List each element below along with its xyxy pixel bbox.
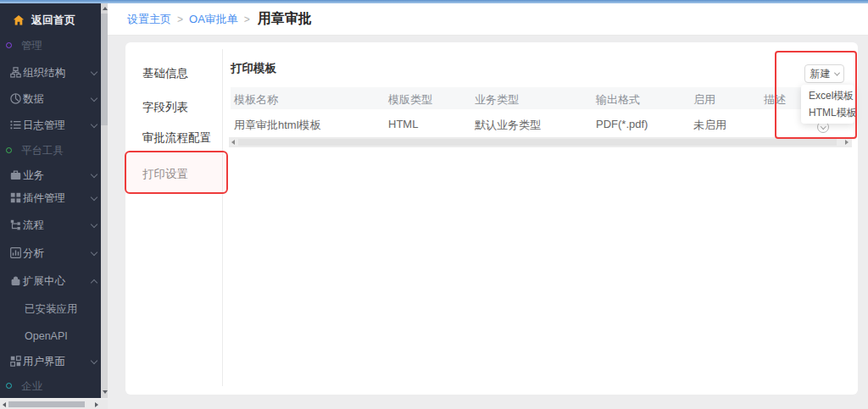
- table-row[interactable]: [231, 109, 852, 137]
- pie-clock-icon: [10, 93, 21, 104]
- chevron-down-icon: [91, 171, 97, 178]
- chevron-down-icon: [91, 357, 97, 364]
- section-title: 打印模板: [231, 61, 276, 76]
- cell-output-format: PDF(*.pdf): [596, 118, 648, 130]
- new-dropdown-menu: Excel模板 HTML模板: [801, 85, 854, 124]
- table-horizontal-scrollbar-thumb[interactable]: [238, 139, 837, 146]
- col-header-template-name: 模板名称: [234, 92, 278, 108]
- breadcrumb-link-oa-form[interactable]: OA审批单: [189, 12, 238, 27]
- tab-approval-flow[interactable]: 审批流程配置: [142, 131, 211, 145]
- col-header-description: 描述: [764, 92, 786, 108]
- sidebar-item-yonghujiemian[interactable]: 用户界面: [0, 355, 101, 368]
- list-icon: [10, 119, 21, 130]
- page-title: 用章审批: [258, 10, 312, 28]
- sidebar-item-label: 企业: [21, 379, 42, 393]
- sidebar-item-label: 管理: [21, 39, 42, 53]
- chevron-down-icon: [833, 69, 839, 75]
- ring-purple-icon: [6, 42, 12, 48]
- breadcrumb: 设置主页 > OA审批单 > 用章审批: [108, 3, 868, 36]
- menu-item-excel-template[interactable]: Excel模板: [801, 87, 854, 104]
- sidebar-item-label: 扩展中心: [23, 274, 65, 288]
- sidebar-item-label: 已安装应用: [25, 302, 78, 316]
- sidebar-item-rizhiguanli[interactable]: 日志管理: [0, 119, 101, 132]
- chevron-down-icon: [91, 69, 97, 75]
- table-scroll-right-arrow[interactable]: [845, 140, 849, 145]
- sidebar-item-yewu[interactable]: 业务: [0, 169, 101, 182]
- sidebar-item-zuzhijiegou[interactable]: 组织结构: [0, 66, 101, 80]
- sidebar-item-openapi[interactable]: OpenAPI: [0, 329, 101, 343]
- sidebar-item-installed-apps[interactable]: 已安装应用: [0, 302, 101, 316]
- breadcrumb-separator: >: [244, 14, 250, 25]
- sidebar-item-label: 数据: [23, 92, 44, 106]
- sidebar-item-fenxi[interactable]: 分析: [0, 246, 101, 260]
- grid-icon: [10, 192, 21, 203]
- sidebar-back-home[interactable]: 返回首页: [0, 14, 101, 27]
- briefcase-icon: [10, 169, 21, 180]
- col-header-business-type: 业务类型: [475, 92, 519, 108]
- chevron-up-icon: [91, 279, 97, 286]
- sidebar-item-label: 分析: [23, 246, 44, 260]
- new-button-label: 新建: [810, 67, 831, 81]
- sidebar-item-label: OpenAPI: [25, 329, 68, 343]
- sidebar-item-label: 业务: [23, 169, 44, 182]
- extension-icon: [10, 275, 21, 286]
- cell-business-type: 默认业务类型: [475, 118, 541, 133]
- cell-template-name: 用章审批html模板: [234, 118, 321, 133]
- ring-teal-icon: [6, 383, 12, 389]
- sitemap-icon: [10, 67, 21, 78]
- sidebar-item-guanli[interactable]: 管理: [0, 39, 101, 53]
- breadcrumb-link-settings-home[interactable]: 设置主页: [127, 12, 171, 27]
- sidebar-horizontal-scrollbar-thumb[interactable]: [8, 401, 85, 407]
- sidebar-item-liucheng[interactable]: 流程: [0, 218, 101, 232]
- sidebar-item-label: 日志管理: [23, 119, 65, 132]
- chart-icon: [10, 247, 21, 258]
- chevron-down-icon: [91, 95, 97, 102]
- table-scroll-left-arrow[interactable]: [231, 140, 235, 145]
- cell-template-type: HTML: [388, 118, 418, 130]
- sidebar-item-qiye[interactable]: 企业: [0, 379, 101, 393]
- col-header-template-type: 模版类型: [388, 92, 432, 108]
- chevron-down-icon: [91, 121, 97, 128]
- subnav-divider: [222, 49, 223, 386]
- sidebar-item-label: 平台工具: [21, 144, 64, 158]
- ring-green-icon: [6, 147, 12, 153]
- col-header-output-format: 输出格式: [596, 92, 640, 108]
- ui-grid-icon: [10, 356, 21, 367]
- chevron-down-icon: [91, 249, 97, 256]
- back-home-label: 返回首页: [31, 14, 75, 27]
- sidebar-item-label: 流程: [23, 218, 44, 232]
- sidebar-item-pingtaigongju[interactable]: 平台工具: [0, 144, 101, 158]
- chevron-down-icon: [91, 194, 97, 201]
- sidebar-item-label: 插件管理: [23, 191, 65, 205]
- sidebar-vertical-scrollbar-thumb[interactable]: [101, 14, 108, 125]
- scroll-down-arrow[interactable]: [103, 390, 108, 394]
- scroll-left-arrow[interactable]: [3, 402, 6, 407]
- sidebar-item-shuju[interactable]: 数据: [0, 92, 101, 106]
- tab-print-settings[interactable]: 打印设置: [142, 168, 188, 181]
- tab-basic-info[interactable]: 基础信息: [142, 67, 188, 80]
- chevron-down-icon: [91, 221, 97, 228]
- flow-icon: [10, 219, 21, 230]
- cell-enabled: 未启用: [693, 118, 726, 133]
- sidebar-item-label: 用户界面: [23, 355, 65, 368]
- menu-item-html-template[interactable]: HTML模板: [801, 104, 854, 121]
- col-header-enabled: 启用: [693, 92, 715, 108]
- chevron-down-icon: [821, 124, 826, 129]
- sidebar: 返回首页 管理 组织结构 数据 日志管理 平台工具: [0, 3, 101, 398]
- table-header-row: [231, 87, 852, 109]
- sidebar-item-label: 组织结构: [23, 66, 65, 80]
- sidebar-item-chajianguanli[interactable]: 插件管理: [0, 191, 101, 205]
- tab-field-list[interactable]: 字段列表: [142, 101, 188, 114]
- sidebar-item-kuozhanzhongxin[interactable]: 扩展中心: [0, 274, 101, 288]
- new-button[interactable]: 新建: [804, 64, 844, 83]
- home-icon: [13, 14, 25, 26]
- scroll-right-arrow[interactable]: [95, 402, 98, 407]
- breadcrumb-separator: >: [177, 14, 183, 25]
